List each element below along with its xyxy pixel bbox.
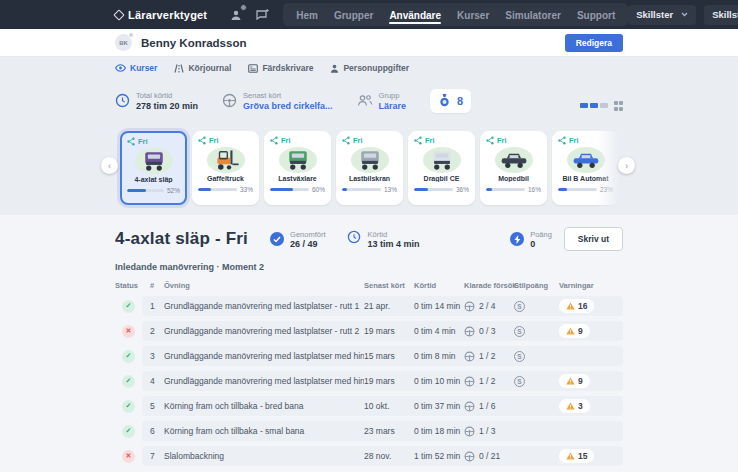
- stat-value-link[interactable]: Lärare: [379, 101, 407, 111]
- steering-wheel-icon: [464, 401, 475, 412]
- achievement-badges[interactable]: 8: [430, 89, 471, 113]
- edit-button[interactable]: Redigera: [565, 34, 623, 52]
- warning-triangle-icon: [566, 377, 575, 385]
- stat-grupp: Grupp Lärare: [357, 91, 407, 111]
- col-klarade-forsok: Klarade försök: [464, 281, 514, 290]
- stat-poang: Poäng 0: [510, 230, 552, 249]
- share-icon: [198, 136, 206, 145]
- nav-item[interactable]: Simulatorer: [498, 6, 568, 24]
- warning-count: 3: [578, 401, 583, 411]
- stat-value-link[interactable]: Gröva bred cirkelfa...: [243, 101, 333, 111]
- profile-tabs: Kurser Körjournal Färdskrivare Personupp…: [0, 57, 738, 79]
- carousel-page-indicator[interactable]: [580, 103, 608, 108]
- card-tag: Fri: [209, 136, 219, 145]
- status-icon: ✕: [122, 450, 135, 463]
- app-logo[interactable]: Lärarverktyget: [115, 9, 207, 21]
- tab[interactable]: Körjournal: [174, 63, 231, 73]
- warning-count: 9: [578, 376, 583, 386]
- status-icon: ✕: [122, 325, 135, 338]
- table-row[interactable]: ✓ 6 Körning fram och tillbaka - smal ban…: [115, 421, 623, 441]
- exercise-name: Grundläggande manövrering med lastplatse…: [164, 326, 364, 336]
- org-selector-secondary-label: Skillster: [712, 9, 738, 20]
- steering-wheel-icon: [464, 426, 475, 437]
- warning-count: 9: [578, 326, 583, 336]
- exercise-name: Grundläggande manövrering med lastplatse…: [164, 376, 364, 386]
- tab[interactable]: Kurser: [115, 63, 157, 73]
- progress-track: [270, 188, 309, 191]
- vehicle-illustration: [135, 148, 173, 174]
- table-row[interactable]: ✕ 7 Slalombackning 28 nov. 1 tim 52 min …: [115, 446, 623, 466]
- klarade-value: 0 / 21: [479, 451, 500, 461]
- table-row[interactable]: ✓ 4 Grundläggande manövrering med lastpl…: [115, 371, 623, 391]
- kortid-value: 0 tim 14 min: [414, 301, 464, 311]
- vehicle-card[interactable]: Fri Mopedbil 16%: [480, 131, 547, 205]
- vehicle-illustration: [207, 147, 245, 173]
- card-tag: Fri: [281, 136, 291, 145]
- table-row[interactable]: ✓ 3 Grundläggande manövrering med lastpl…: [115, 346, 623, 366]
- nav-item[interactable]: Användare: [382, 6, 448, 24]
- table-row[interactable]: ✓ 1 Grundläggande manövrering med lastpl…: [115, 296, 623, 316]
- steering-wheel-icon: [464, 451, 475, 462]
- vehicle-card[interactable]: Fri Lastväxlare 60%: [264, 131, 331, 205]
- tab-label: Kurser: [130, 63, 157, 73]
- vehicle-carousel: ‹ Fri 4-axlat släp 52% Fri Gaffeltruck: [0, 122, 738, 215]
- card-tag: Fri: [138, 137, 148, 146]
- stat-value: 278 tim 20 min: [136, 101, 198, 111]
- table-body: ✓ 1 Grundläggande manövrering med lastpl…: [115, 296, 623, 466]
- vehicle-name: Lastbilskran: [342, 175, 397, 182]
- grid-view-icon[interactable]: [614, 101, 624, 111]
- stat-label: Grupp: [379, 91, 407, 100]
- senast-kort-value: 15 mars: [364, 351, 414, 361]
- status-icon: ✓: [122, 350, 135, 363]
- medal-icon: [438, 93, 451, 108]
- stat-value: 26 / 49: [290, 239, 325, 249]
- stat-kortid: Körtid 13 tim 4 min: [347, 230, 419, 249]
- add-user-button[interactable]: [229, 8, 243, 22]
- org-selector-secondary[interactable]: Skillster: [704, 5, 738, 25]
- carousel-next-button[interactable]: ›: [618, 157, 635, 174]
- nav-item[interactable]: Grupper: [327, 6, 380, 24]
- table-row[interactable]: ✓ 5 Körning fram och tillbaka - bred ban…: [115, 396, 623, 416]
- vehicle-card[interactable]: Fri 4-axlat släp 52%: [120, 131, 187, 205]
- car-icon: [499, 150, 529, 170]
- vehicle-card[interactable]: Fri Dragbil CE 36%: [408, 131, 475, 205]
- col-num: #: [150, 281, 164, 290]
- person-icon: [330, 64, 339, 73]
- vehicle-name: Bil B Automat: [558, 175, 613, 182]
- senast-kort-value: 10 okt.: [364, 401, 414, 411]
- new-message-button[interactable]: [255, 8, 269, 22]
- card-icon: [248, 64, 258, 73]
- vehicle-card[interactable]: Fri Lastbilskran 13%: [336, 131, 403, 205]
- org-selector-primary[interactable]: Skillster: [628, 5, 696, 25]
- card-tag: Fri: [569, 136, 579, 145]
- nav-item[interactable]: Hem: [289, 6, 325, 24]
- nav-item[interactable]: Kurser: [450, 6, 496, 24]
- truck-icon: [284, 149, 312, 171]
- vehicle-card[interactable]: Fri Gaffeltruck 33%: [192, 131, 259, 205]
- clock-icon: [347, 230, 361, 248]
- forklift-icon: [213, 149, 239, 171]
- table-row[interactable]: ✕ 2 Grundläggande manövrering med lastpl…: [115, 321, 623, 341]
- kortid-value: 0 tim 10 min: [414, 376, 464, 386]
- org-selector-primary-label: Skillster: [636, 9, 673, 20]
- nav-item[interactable]: Support: [570, 6, 622, 24]
- exercise-name: Grundläggande manövrering med lastplatse…: [164, 351, 364, 361]
- klarade-value: 1 / 6: [479, 401, 496, 411]
- progress-track: [486, 188, 525, 191]
- steering-wheel-icon: [464, 351, 475, 362]
- vehicle-card[interactable]: Fri Bil B Automat 23%: [552, 131, 619, 205]
- tab[interactable]: Personuppgifter: [330, 63, 409, 73]
- student-avatar-initials: BK: [119, 40, 128, 46]
- warning-badge: 3: [559, 399, 590, 413]
- stat-label: Genomfört: [290, 230, 325, 239]
- tab[interactable]: Färdskrivare: [248, 63, 313, 73]
- carousel-prev-button[interactable]: ‹: [101, 157, 118, 174]
- status-icon: ✓: [122, 400, 135, 413]
- exercise-name: Körning fram och tillbaka - smal bana: [164, 426, 364, 436]
- status-icon: ✓: [122, 300, 135, 313]
- print-button[interactable]: Skriv ut: [564, 227, 623, 251]
- badge-count: 8: [457, 95, 463, 107]
- progress-fill: [414, 188, 428, 191]
- nav-item-label: Simulatorer: [505, 10, 561, 21]
- progress-fill: [127, 189, 146, 192]
